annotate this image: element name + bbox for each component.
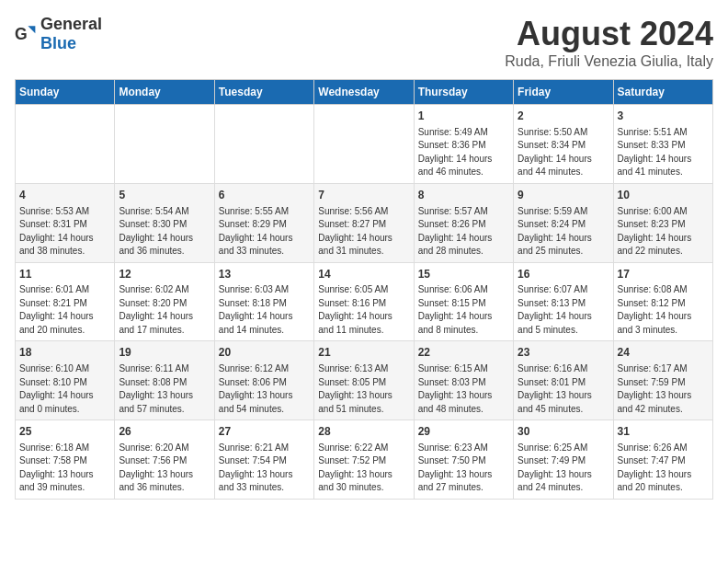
week-row-2: 4Sunrise: 5:53 AM Sunset: 8:31 PM Daylig… (16, 183, 713, 262)
calendar-cell: 17Sunrise: 6:08 AM Sunset: 8:12 PM Dayli… (613, 262, 712, 341)
calendar-cell (115, 105, 214, 184)
title-area: August 2024 Ruda, Friuli Venezia Giulia,… (505, 15, 713, 70)
calendar-title: August 2024 (505, 15, 713, 53)
day-content: Sunrise: 6:02 AM Sunset: 8:20 PM Dayligh… (119, 283, 210, 337)
calendar-cell: 1Sunrise: 5:49 AM Sunset: 8:36 PM Daylig… (414, 105, 513, 184)
calendar-cell: 22Sunrise: 6:15 AM Sunset: 8:03 PM Dayli… (414, 341, 513, 420)
calendar-cell: 21Sunrise: 6:13 AM Sunset: 8:05 PM Dayli… (314, 341, 414, 420)
week-row-3: 11Sunrise: 6:01 AM Sunset: 8:21 PM Dayli… (16, 262, 713, 341)
svg-text:G: G (15, 25, 28, 43)
day-content: Sunrise: 5:53 AM Sunset: 8:31 PM Dayligh… (19, 205, 110, 259)
day-content: Sunrise: 6:01 AM Sunset: 8:21 PM Dayligh… (19, 283, 110, 337)
day-content: Sunrise: 6:00 AM Sunset: 8:23 PM Dayligh… (618, 205, 709, 259)
day-header-thursday: Thursday (414, 80, 513, 105)
day-number: 2 (518, 109, 609, 124)
day-header-row: SundayMondayTuesdayWednesdayThursdayFrid… (16, 80, 713, 105)
day-number: 8 (418, 188, 509, 203)
day-content: Sunrise: 5:59 AM Sunset: 8:24 PM Dayligh… (518, 205, 609, 259)
calendar-table: SundayMondayTuesdayWednesdayThursdayFrid… (15, 79, 713, 500)
day-content: Sunrise: 6:22 AM Sunset: 7:52 PM Dayligh… (318, 442, 409, 495)
calendar-cell: 18Sunrise: 6:10 AM Sunset: 8:10 PM Dayli… (16, 341, 115, 420)
day-number: 13 (219, 267, 310, 282)
day-content: Sunrise: 6:26 AM Sunset: 7:47 PM Dayligh… (618, 442, 709, 495)
calendar-cell: 10Sunrise: 6:00 AM Sunset: 8:23 PM Dayli… (613, 183, 712, 262)
calendar-cell: 30Sunrise: 6:25 AM Sunset: 7:49 PM Dayli… (514, 420, 613, 500)
calendar-cell (16, 105, 115, 184)
day-content: Sunrise: 5:56 AM Sunset: 8:27 PM Dayligh… (318, 205, 409, 259)
day-content: Sunrise: 6:16 AM Sunset: 8:01 PM Dayligh… (518, 362, 609, 416)
calendar-cell: 23Sunrise: 6:16 AM Sunset: 8:01 PM Dayli… (514, 341, 613, 420)
week-row-5: 25Sunrise: 6:18 AM Sunset: 7:58 PM Dayli… (16, 420, 713, 500)
week-row-4: 18Sunrise: 6:10 AM Sunset: 8:10 PM Dayli… (16, 341, 713, 420)
day-content: Sunrise: 6:05 AM Sunset: 8:16 PM Dayligh… (318, 283, 409, 337)
day-number: 18 (19, 345, 110, 361)
day-content: Sunrise: 6:07 AM Sunset: 8:13 PM Dayligh… (518, 283, 609, 337)
week-row-1: 1Sunrise: 5:49 AM Sunset: 8:36 PM Daylig… (16, 105, 713, 184)
calendar-cell: 11Sunrise: 6:01 AM Sunset: 8:21 PM Dayli… (16, 262, 115, 341)
calendar-cell: 26Sunrise: 6:20 AM Sunset: 7:56 PM Dayli… (115, 420, 214, 500)
day-header-sunday: Sunday (16, 80, 115, 105)
calendar-cell: 3Sunrise: 5:51 AM Sunset: 8:33 PM Daylig… (613, 105, 712, 184)
day-header-saturday: Saturday (613, 80, 712, 105)
day-number: 28 (318, 424, 409, 440)
calendar-cell: 9Sunrise: 5:59 AM Sunset: 8:24 PM Daylig… (514, 183, 613, 262)
day-content: Sunrise: 6:08 AM Sunset: 8:12 PM Dayligh… (618, 283, 709, 337)
day-content: Sunrise: 5:51 AM Sunset: 8:33 PM Dayligh… (618, 126, 709, 179)
page-header: G General Blue August 2024 Ruda, Friuli … (15, 15, 713, 70)
day-number: 9 (518, 188, 609, 203)
calendar-cell: 7Sunrise: 5:56 AM Sunset: 8:27 PM Daylig… (314, 183, 414, 262)
day-number: 25 (19, 424, 110, 440)
day-content: Sunrise: 5:49 AM Sunset: 8:36 PM Dayligh… (418, 126, 509, 179)
day-number: 30 (518, 424, 609, 440)
calendar-cell: 2Sunrise: 5:50 AM Sunset: 8:34 PM Daylig… (514, 105, 613, 184)
calendar-cell: 27Sunrise: 6:21 AM Sunset: 7:54 PM Dayli… (214, 420, 313, 500)
day-content: Sunrise: 6:12 AM Sunset: 8:06 PM Dayligh… (219, 362, 310, 416)
logo-text: General Blue (40, 15, 102, 53)
calendar-cell: 5Sunrise: 5:54 AM Sunset: 8:30 PM Daylig… (115, 183, 214, 262)
day-number: 10 (618, 188, 709, 203)
day-number: 3 (618, 109, 709, 124)
calendar-cell: 13Sunrise: 6:03 AM Sunset: 8:18 PM Dayli… (214, 262, 313, 341)
logo: G General Blue (15, 15, 102, 53)
calendar-cell: 19Sunrise: 6:11 AM Sunset: 8:08 PM Dayli… (115, 341, 214, 420)
day-number: 23 (518, 345, 609, 361)
day-number: 17 (618, 267, 709, 282)
day-number: 26 (119, 424, 210, 440)
calendar-cell: 4Sunrise: 5:53 AM Sunset: 8:31 PM Daylig… (16, 183, 115, 262)
day-number: 16 (518, 267, 609, 282)
calendar-cell (314, 105, 414, 184)
day-number: 12 (119, 267, 210, 282)
day-header-monday: Monday (115, 80, 214, 105)
calendar-cell: 8Sunrise: 5:57 AM Sunset: 8:26 PM Daylig… (414, 183, 513, 262)
day-content: Sunrise: 6:13 AM Sunset: 8:05 PM Dayligh… (318, 362, 409, 416)
day-header-wednesday: Wednesday (314, 80, 414, 105)
calendar-cell: 12Sunrise: 6:02 AM Sunset: 8:20 PM Dayli… (115, 262, 214, 341)
day-number: 6 (219, 188, 310, 203)
day-number: 20 (219, 345, 310, 361)
day-content: Sunrise: 6:15 AM Sunset: 8:03 PM Dayligh… (418, 362, 509, 416)
day-number: 5 (119, 188, 210, 203)
day-content: Sunrise: 6:18 AM Sunset: 7:58 PM Dayligh… (19, 442, 110, 495)
day-number: 4 (19, 188, 110, 203)
day-number: 7 (318, 188, 409, 203)
day-number: 22 (418, 345, 509, 361)
day-number: 27 (219, 424, 310, 440)
day-number: 24 (618, 345, 709, 361)
calendar-cell: 31Sunrise: 6:26 AM Sunset: 7:47 PM Dayli… (613, 420, 712, 500)
day-content: Sunrise: 6:17 AM Sunset: 7:59 PM Dayligh… (618, 362, 709, 416)
day-content: Sunrise: 6:11 AM Sunset: 8:08 PM Dayligh… (119, 362, 210, 416)
day-content: Sunrise: 6:25 AM Sunset: 7:49 PM Dayligh… (518, 442, 609, 495)
day-content: Sunrise: 5:57 AM Sunset: 8:26 PM Dayligh… (418, 205, 509, 259)
day-content: Sunrise: 5:54 AM Sunset: 8:30 PM Dayligh… (119, 205, 210, 259)
day-content: Sunrise: 6:06 AM Sunset: 8:15 PM Dayligh… (418, 283, 509, 337)
day-number: 19 (119, 345, 210, 361)
day-content: Sunrise: 6:23 AM Sunset: 7:50 PM Dayligh… (418, 442, 509, 495)
calendar-cell: 29Sunrise: 6:23 AM Sunset: 7:50 PM Dayli… (414, 420, 513, 500)
day-header-friday: Friday (514, 80, 613, 105)
calendar-cell: 20Sunrise: 6:12 AM Sunset: 8:06 PM Dayli… (214, 341, 313, 420)
calendar-cell: 14Sunrise: 6:05 AM Sunset: 8:16 PM Dayli… (314, 262, 414, 341)
calendar-cell: 6Sunrise: 5:55 AM Sunset: 8:29 PM Daylig… (214, 183, 313, 262)
day-number: 14 (318, 267, 409, 282)
day-number: 29 (418, 424, 509, 440)
calendar-subtitle: Ruda, Friuli Venezia Giulia, Italy (505, 53, 713, 70)
